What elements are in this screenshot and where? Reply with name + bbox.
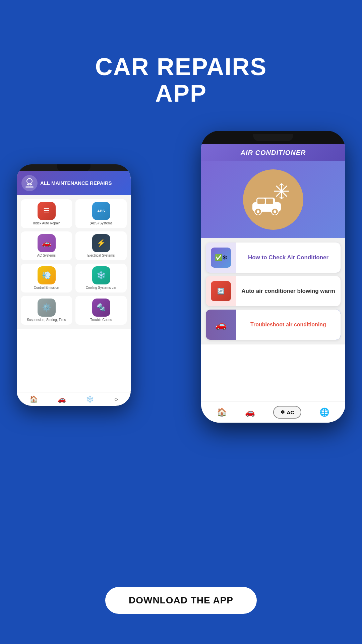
list-item[interactable]: ❄️ Cooling Systems car — [75, 264, 127, 292]
back-header-text: ALL MAINTENANCE REPAIRS — [40, 180, 112, 186]
back-ac-icon[interactable]: ❄️ — [86, 395, 94, 399]
svg-rect-13 — [257, 199, 265, 204]
list-item[interactable]: ☰ Index Auto Repair — [21, 199, 72, 228]
ac-systems-label: AC Systems — [37, 254, 56, 258]
front-notch — [253, 134, 293, 141]
troubleshoot-text: Troubleshoot air conditioning — [236, 310, 341, 340]
trouble-icon: 🔩 — [92, 299, 110, 317]
ac-systems-icon: 🚗 — [38, 234, 56, 252]
front-header: AIR CONDITIONER — [201, 144, 345, 161]
back-header: ALL MAINTENANCE REPAIRS — [17, 171, 131, 195]
front-home-icon[interactable]: 🏠 — [217, 408, 227, 417]
index-auto-icon: ☰ — [38, 202, 56, 220]
emission-icon: 💨 — [38, 266, 56, 284]
electrical-label: Electrical Systems — [87, 254, 115, 258]
how-to-check-icon-area: ✅❄ — [206, 243, 236, 273]
abs-label: (ABS) Systems — [90, 221, 113, 225]
svg-point-0 — [27, 178, 32, 184]
suspension-icon: ⚙️ — [38, 299, 56, 317]
download-button-container: DOWNLOAD THE APP — [105, 587, 257, 614]
electrical-icon: ⚡ — [92, 234, 110, 252]
cooling-label: Cooling Systems car — [86, 286, 117, 290]
front-car-icon[interactable]: 🚗 — [245, 408, 255, 417]
abs-icon: ABS — [92, 202, 110, 220]
ac-snowflake-icon: ❄ — [281, 409, 285, 415]
phones-container: ALL MAINTENANCE REPAIRS ☰ Index Auto Rep… — [17, 131, 345, 433]
list-item[interactable]: ⚡ Electrical Systems — [75, 231, 127, 260]
hero-circle — [243, 169, 303, 230]
trouble-label: Trouble Codes — [90, 318, 112, 322]
list-item[interactable]: 🔩 Trouble Codes — [75, 296, 127, 325]
front-notch-area — [201, 131, 345, 144]
back-home-icon[interactable]: 🏠 — [29, 395, 38, 399]
back-notch — [57, 164, 90, 171]
back-screen: ALL MAINTENANCE REPAIRS ☰ Index Auto Rep… — [17, 171, 131, 399]
svg-point-17 — [257, 210, 259, 213]
list-item[interactable]: 🚗 AC Systems — [21, 231, 72, 260]
blowing-warm-icon-area: 🔄 — [206, 276, 236, 306]
svg-rect-1 — [25, 186, 34, 187]
front-ac-button[interactable]: ❄ AC — [273, 406, 302, 419]
cooling-icon: ❄️ — [92, 266, 110, 284]
back-header-icon — [21, 175, 38, 191]
phone-front: AIR CONDITIONER — [201, 131, 345, 423]
svg-rect-14 — [266, 199, 273, 204]
list-item[interactable]: ABS (ABS) Systems — [75, 199, 127, 228]
index-auto-label: Index Auto Repair — [33, 221, 60, 225]
how-to-check-text: How to Check Air Conditioner — [236, 243, 341, 273]
troubleshoot-card[interactable]: 🚗 Troubleshoot air conditioning — [206, 310, 341, 340]
back-grid: ☰ Index Auto Repair ABS (ABS) Systems 🚗 — [17, 195, 131, 329]
ac-label: AC — [287, 410, 294, 415]
troubleshoot-icon-area: 🚗 — [206, 310, 236, 340]
blowing-warm-text: Auto air conditioner blowing warm — [236, 276, 341, 306]
emission-label: Control Emission — [34, 286, 59, 290]
front-cards-container: ✅❄ How to Check Air Conditioner 🔄 Auto a… — [201, 238, 345, 344]
front-hero — [201, 161, 345, 238]
front-screen: AIR CONDITIONER — [201, 144, 345, 423]
suspension-label: Suspension, Stering, Tires — [27, 318, 66, 322]
back-circle-icon[interactable]: ○ — [114, 395, 118, 399]
blowing-warm-card[interactable]: 🔄 Auto air conditioner blowing warm — [206, 276, 341, 306]
phone-back: ALL MAINTENANCE REPAIRS ☰ Index Auto Rep… — [17, 164, 131, 406]
list-item[interactable]: ⚙️ Suspension, Stering, Tires — [21, 296, 72, 325]
back-car-icon[interactable]: 🚗 — [58, 395, 66, 399]
page-title: CAR REPAIRS APP — [0, 0, 362, 107]
list-item[interactable]: 💨 Control Emission — [21, 264, 72, 292]
front-globe-icon[interactable]: 🌐 — [319, 408, 329, 417]
svg-point-18 — [274, 210, 276, 213]
front-bottom-nav: 🏠 🚗 ❄ AC 🌐 — [201, 401, 345, 423]
front-header-title: AIR CONDITIONER — [206, 149, 341, 157]
back-bottom-nav: 🏠 🚗 ❄️ ○ — [17, 392, 131, 399]
how-to-check-card[interactable]: ✅❄ How to Check Air Conditioner — [206, 243, 341, 273]
download-button[interactable]: DOWNLOAD THE APP — [105, 587, 257, 614]
